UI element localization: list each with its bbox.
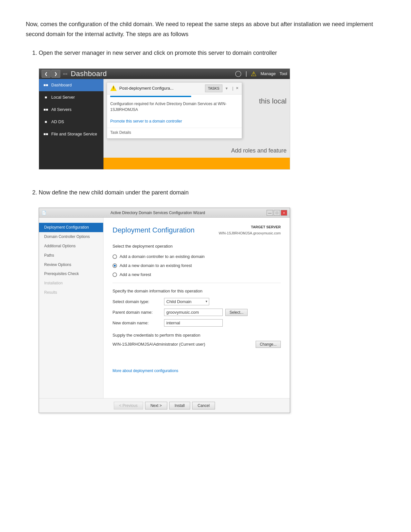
- wizard-screenshot: 📄 Active Directory Domain Services Confi…: [39, 208, 290, 413]
- wizard-new-domain-input[interactable]: [164, 319, 223, 327]
- sm-sidebar-dashboard-label: Dashboard: [51, 82, 72, 89]
- radio-add-dc-label: Add a domain controller to an existing d…: [120, 253, 205, 260]
- sm-task-details: Task Details: [107, 128, 242, 138]
- sm-add-roles-text: Add roles and feature: [231, 146, 287, 156]
- sm-sidebar-item-adds[interactable]: ■ AD DS: [39, 116, 103, 128]
- wizard-titlebar: 📄 Active Directory Domain Services Confi…: [39, 208, 290, 218]
- intro-paragraph: Now, comes the configuration of the chil…: [26, 19, 385, 39]
- wizard-parent-domain-label: Parent domain name:: [113, 309, 164, 316]
- wizard-more-link[interactable]: More about deployment configurations: [113, 368, 281, 374]
- sm-body: ■■ Dashboard ■ Local Server ■■ All Serve…: [39, 79, 290, 169]
- sm-sidebar-item-local-server[interactable]: ■ Local Server: [39, 91, 103, 103]
- radio-add-forest-label: Add a new forest: [120, 271, 151, 278]
- steps-list: Open the server manager in new server an…: [39, 48, 385, 413]
- wizard-credentials-label: Supply the credentials to perform this o…: [113, 332, 281, 339]
- wizard-sidebar-prereq[interactable]: Prerequisites Check: [39, 269, 103, 279]
- wizard-sidebar-dc-options[interactable]: Domain Controller Options: [39, 232, 103, 241]
- sm-sidebar-item-dashboard[interactable]: ■■ Dashboard: [39, 79, 103, 91]
- wizard-domain-type-select[interactable]: Child Domain Tree Domain: [164, 298, 209, 305]
- maximize-button[interactable]: □: [274, 210, 280, 216]
- wizard-divider: [113, 283, 281, 283]
- sm-notif-close-button[interactable]: ×: [236, 84, 239, 92]
- wizard-previous-button[interactable]: < Previous: [114, 402, 143, 409]
- sm-sidebar-file-label: File and Storage Service: [51, 131, 97, 138]
- sm-tasks-button[interactable]: TASKS: [205, 84, 222, 93]
- wizard-form-domain-type: Select domain type: Child Domain Tree Do…: [113, 298, 281, 305]
- wizard-radio-group: Add a domain controller to an existing d…: [113, 253, 281, 278]
- dashboard-icon: ■■: [43, 83, 49, 87]
- server-manager-screenshot: ❮ ❯ «« Dashboard ◯ | ⚠ Manage Tool: [39, 68, 290, 170]
- step-1: Open the server manager in new server an…: [39, 48, 385, 180]
- wizard-parent-domain-field: Select...: [164, 309, 281, 316]
- wizard-main-title: Deployment Configuration: [113, 224, 194, 236]
- step-2: Now define the new child domain under th…: [39, 188, 385, 413]
- sm-notification-popup: ! Post-deployment Configura... TASKS ▼ |…: [107, 82, 242, 139]
- step-2-text: Now define the new child domain under th…: [39, 188, 385, 198]
- local-server-icon: ■: [43, 95, 49, 100]
- adds-icon: ■: [43, 120, 49, 124]
- wizard-change-credentials-button[interactable]: Change...: [256, 341, 281, 348]
- wizard-next-button[interactable]: Next >: [145, 402, 167, 409]
- wizard-sidebar-additional[interactable]: Additional Options: [39, 241, 103, 251]
- wizard-domain-type-select-wrapper: Child Domain Tree Domain: [164, 298, 209, 305]
- wizard-radio-add-dc[interactable]: Add a domain controller to an existing d…: [113, 253, 281, 260]
- wizard-install-button[interactable]: Install: [169, 402, 190, 409]
- close-button[interactable]: ×: [281, 210, 287, 216]
- wizard-sidebar-paths[interactable]: Paths: [39, 251, 103, 260]
- sm-promote-link[interactable]: Promote this server to a domain controll…: [110, 119, 182, 123]
- sm-titlebar: ❮ ❯ «« Dashboard ◯ | ⚠ Manage Tool: [39, 69, 290, 79]
- wizard-radio-add-domain[interactable]: Add a new domain to an existing forest: [113, 262, 281, 269]
- radio-add-domain-label: Add a new domain to an existing forest: [120, 262, 192, 269]
- wizard-new-domain-field: [164, 319, 281, 327]
- wizard-parent-domain-input[interactable]: [164, 309, 223, 316]
- wizard-select-parent-button[interactable]: Select...: [225, 309, 248, 316]
- sm-sidebar: ■■ Dashboard ■ Local Server ■■ All Serve…: [39, 79, 103, 169]
- wizard-section2-label: Specify the domain information for this …: [113, 288, 281, 295]
- wizard-footer: < Previous Next > Install Cancel: [39, 398, 290, 413]
- wizard-radio-add-forest[interactable]: Add a new forest: [113, 271, 281, 278]
- sm-forward-button[interactable]: ❯: [51, 70, 60, 78]
- sm-dashboard-title: Dashboard: [71, 68, 107, 80]
- wizard-form-parent-domain: Parent domain name: Select...: [113, 309, 281, 316]
- sm-notif-header: ! Post-deployment Configura... TASKS ▼ |…: [107, 83, 242, 95]
- wizard-credentials-section: Supply the credentials to perform this o…: [113, 332, 281, 348]
- sm-sidebar-item-all-servers[interactable]: ■■ All Servers: [39, 103, 103, 116]
- sm-sidebar-all-label: All Servers: [51, 106, 72, 113]
- wizard-form-new-domain: New domain name:: [113, 319, 281, 327]
- sm-notif-progress-bar: [110, 96, 191, 97]
- file-storage-icon: ■■: [43, 132, 49, 136]
- wizard-body: Deployment Configuration Domain Controll…: [39, 218, 290, 398]
- wizard-sidebar: Deployment Configuration Domain Controll…: [39, 218, 103, 398]
- minimize-button[interactable]: —: [267, 210, 273, 216]
- wizard-new-domain-label: New domain name:: [113, 320, 164, 327]
- wizard-window-buttons: — □ ×: [267, 210, 287, 216]
- sm-right-text: this local: [259, 95, 287, 107]
- wizard-window-title: Active Directory Domain Services Configu…: [49, 210, 267, 216]
- sm-sidebar-item-file-storage[interactable]: ■■ File and Storage Service: [39, 128, 103, 140]
- wizard-domain-type-field: Child Domain Tree Domain: [164, 298, 281, 305]
- sm-nav-buttons: ❮ ❯: [42, 70, 60, 78]
- wizard-target-server: TARGET SERVER WIN-1SJ8RHOMJSA.groovymusi…: [219, 224, 281, 236]
- sm-manage-btn[interactable]: Manage: [260, 70, 276, 77]
- wizard-domain-type-label: Select domain type:: [113, 298, 164, 305]
- sm-toolbar-right: ◯ | ⚠ Manage Tool: [235, 68, 287, 79]
- wizard-credentials-user: WIN-1SJ8RHOMJSA\Administrator (Current u…: [113, 341, 205, 348]
- sm-notif-config-text: Configuration required for Active Direct…: [107, 98, 242, 115]
- wizard-sidebar-review[interactable]: Review Options: [39, 260, 103, 270]
- sm-tools-btn[interactable]: Tool: [279, 70, 287, 77]
- wizard-sidebar-installation: Installation: [39, 279, 103, 288]
- step-1-text: Open the server manager in new server an…: [39, 48, 385, 58]
- sm-main-area: ! Post-deployment Configura... TASKS ▼ |…: [103, 79, 290, 169]
- radio-add-dc-indicator: [113, 254, 117, 259]
- all-servers-icon: ■■: [43, 107, 49, 112]
- wizard-credentials-row: WIN-1SJ8RHOMJSA\Administrator (Current u…: [113, 341, 281, 348]
- wizard-main: Deployment Configuration TARGET SERVER W…: [103, 218, 290, 398]
- wizard-sidebar-deployment[interactable]: Deployment Configuration: [39, 223, 103, 232]
- wizard-sidebar-results: Results: [39, 288, 103, 297]
- wizard-header: Deployment Configuration TARGET SERVER W…: [113, 224, 281, 236]
- wizard-section1-label: Select the deployment operation: [113, 243, 281, 250]
- wizard-cancel-button[interactable]: Cancel: [192, 402, 215, 409]
- sm-sidebar-adds-label: AD DS: [51, 118, 64, 125]
- sm-back-button[interactable]: ❮: [42, 70, 51, 78]
- sm-sidebar-local-label: Local Server: [51, 94, 75, 101]
